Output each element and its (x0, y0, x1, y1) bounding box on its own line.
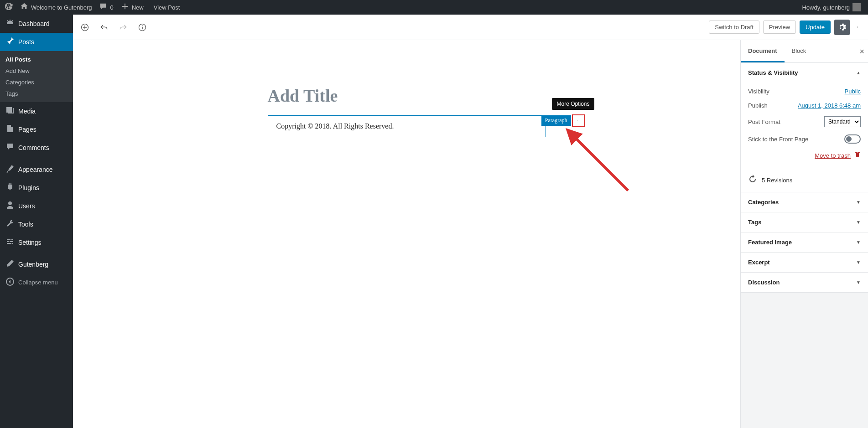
redo-button (117, 21, 130, 34)
panel-status-header[interactable]: Status & Visibility ▲ (741, 63, 868, 83)
chevron-up-icon: ▲ (856, 70, 861, 75)
row-visibility: Visibility Public (748, 84, 861, 98)
submenu-categories[interactable]: Categories (0, 77, 73, 88)
svg-point-9 (577, 120, 578, 121)
switch-draft-button[interactable]: Switch to Draft (709, 21, 759, 34)
submenu-all-posts[interactable]: All Posts (0, 54, 73, 65)
collapse-label: Collapse menu (18, 279, 58, 286)
editor: Switch to Draft Preview Update Add Title… (73, 15, 868, 428)
block-more-options-button[interactable] (572, 114, 585, 127)
revisions-button[interactable]: 5 Revisions (741, 168, 868, 192)
chevron-down-icon: ▼ (856, 260, 861, 265)
block-type-badge: Paragraph (541, 115, 571, 126)
sliders-icon (5, 237, 15, 248)
new-label: New (132, 4, 144, 11)
admin-bar-right: Howdy, gutenberg (798, 0, 864, 15)
wordpress-icon (5, 2, 13, 12)
menu-tools[interactable]: Tools (0, 215, 73, 233)
view-post-link[interactable]: View Post (147, 0, 184, 15)
row-trash: Move to trash (748, 147, 861, 161)
panel-excerpt[interactable]: Excerpt ▼ (741, 253, 868, 273)
menu-posts-label: Posts (18, 38, 34, 46)
move-to-trash-link[interactable]: Move to trash (815, 152, 851, 159)
tab-block[interactable]: Block (785, 40, 814, 62)
paragraph-block-wrapper: More Options Copyright © 2018. All Right… (268, 115, 546, 137)
menu-pages[interactable]: Pages (0, 120, 73, 139)
menu-plugins[interactable]: Plugins (0, 179, 73, 197)
svg-point-7 (857, 27, 858, 28)
post-format-select[interactable]: Standard (824, 116, 861, 127)
collapse-menu[interactable]: Collapse menu (0, 273, 73, 291)
menu-dashboard[interactable]: Dashboard (0, 15, 73, 33)
comments-count: 0 (110, 4, 113, 11)
row-publish: Publish August 1, 2018 6:48 am (748, 98, 861, 113)
preview-button[interactable]: Preview (763, 21, 796, 34)
separator (0, 252, 73, 255)
menu-pages-label: Pages (18, 126, 36, 133)
panel-categories-label: Categories (748, 199, 779, 206)
menu-settings[interactable]: Settings (0, 233, 73, 252)
publish-value[interactable]: August 1, 2018 6:48 am (798, 102, 861, 109)
edit-icon (5, 259, 15, 270)
site-name-link[interactable]: Welcome to Gutenberg (16, 0, 95, 15)
update-button[interactable]: Update (800, 21, 831, 34)
stick-toggle[interactable] (844, 134, 861, 144)
editor-more-button[interactable] (853, 20, 863, 35)
media-icon (5, 106, 15, 117)
post-title-input[interactable]: Add Title (268, 86, 546, 106)
menu-appearance[interactable]: Appearance (0, 160, 73, 179)
new-content-link[interactable]: New (117, 0, 147, 15)
site-name-label: Welcome to Gutenberg (31, 4, 92, 11)
dashboard-icon (5, 18, 15, 29)
separator (0, 157, 73, 160)
menu-media-label: Media (18, 108, 36, 115)
howdy-link[interactable]: Howdy, gutenberg (798, 0, 864, 15)
svg-point-6 (857, 27, 858, 27)
history-icon (748, 175, 757, 186)
menu-media[interactable]: Media (0, 102, 73, 120)
panel-featured-image[interactable]: Featured Image ▼ (741, 232, 868, 253)
wp-logo[interactable] (1, 0, 16, 15)
menu-comments[interactable]: Comments (0, 139, 73, 157)
undo-button[interactable] (98, 21, 110, 34)
close-sidebar-button[interactable]: × (859, 46, 864, 56)
avatar (852, 3, 861, 11)
inserter-button[interactable] (78, 21, 91, 34)
editor-body: Add Title More Options Copyright © 2018.… (73, 40, 868, 428)
post-title-placeholder: Add Title (268, 86, 546, 106)
panel-status-body: Visibility Public Publish August 1, 2018… (741, 83, 868, 168)
panel-categories[interactable]: Categories ▼ (741, 192, 868, 212)
panel-discussion[interactable]: Discussion ▼ (741, 273, 868, 293)
menu-posts[interactable]: Posts (0, 33, 73, 51)
post-format-label: Post Format (748, 119, 780, 125)
chevron-down-icon: ▼ (856, 240, 861, 245)
panel-status-visibility: Status & Visibility ▲ Visibility Public … (741, 63, 868, 168)
paragraph-block[interactable]: Copyright © 2018. All Rights Reserved. P… (268, 115, 546, 137)
panel-excerpt-label: Excerpt (748, 259, 770, 266)
svg-point-5 (857, 26, 858, 27)
admin-sidebar: Dashboard Posts All Posts Add New Catego… (0, 15, 73, 428)
menu-users[interactable]: Users (0, 197, 73, 215)
visibility-value[interactable]: Public (845, 88, 861, 95)
submenu-add-new[interactable]: Add New (0, 65, 73, 77)
tab-document[interactable]: Document (741, 40, 785, 62)
menu-tools-label: Tools (18, 221, 33, 228)
row-stick: Stick to the Front Page (748, 131, 861, 147)
comments-link[interactable]: 0 (95, 0, 117, 15)
svg-rect-4 (142, 27, 143, 29)
menu-settings-label: Settings (18, 239, 42, 246)
comments-icon (5, 142, 15, 153)
comment-icon (99, 2, 107, 12)
home-icon (20, 2, 28, 12)
menu-gutenberg[interactable]: Gutenberg (0, 255, 73, 273)
editor-header: Switch to Draft Preview Update (73, 15, 868, 40)
panel-tags[interactable]: Tags ▼ (741, 212, 868, 232)
wrench-icon (5, 219, 15, 230)
admin-bar-left: Welcome to Gutenberg 0 New View Post (1, 0, 183, 15)
svg-point-3 (142, 25, 143, 26)
settings-toggle-button[interactable] (834, 20, 850, 35)
more-options-tooltip: More Options (552, 98, 594, 110)
submenu-tags[interactable]: Tags (0, 88, 73, 99)
info-button[interactable] (136, 21, 149, 34)
plug-icon (5, 182, 15, 193)
